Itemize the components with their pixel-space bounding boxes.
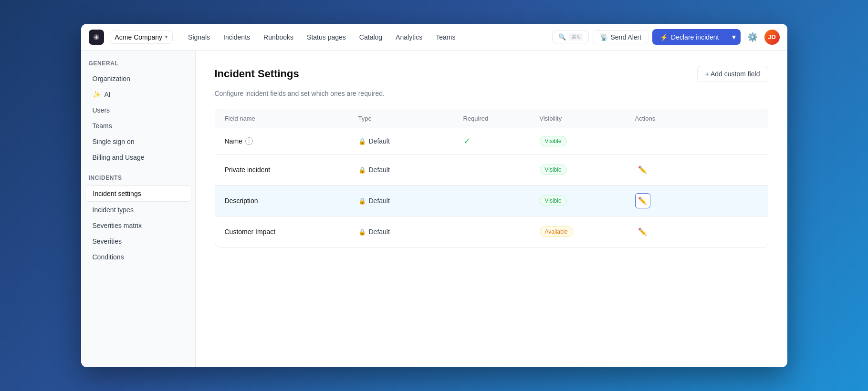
actions-cell: ✏️	[635, 224, 692, 239]
type-text: Default	[369, 137, 390, 145]
page-title: Incident Settings	[215, 68, 299, 80]
sidebar-item-teams[interactable]: Teams	[85, 118, 191, 134]
declare-incident-button[interactable]: ⚡ Declare incident	[652, 30, 726, 44]
type-text: Default	[369, 166, 390, 174]
nav-teams[interactable]: Teams	[430, 31, 461, 44]
conditions-label: Conditions	[93, 253, 124, 261]
field-name-text: Customer Impact	[225, 228, 276, 236]
field-name-text: Description	[225, 197, 258, 205]
billing-label: Billing and Usage	[93, 154, 145, 161]
add-custom-field-label: + Add custom field	[705, 70, 760, 78]
nav-right: 🔍 ⌘K 📡 Send Alert ⚡ Declare incident ▾ ⚙…	[552, 29, 779, 45]
visibility-badge: Available	[540, 226, 573, 237]
lightning-icon: ⚡	[660, 33, 668, 41]
company-name: Acme Company	[115, 33, 163, 41]
nav-runbooks[interactable]: Runbooks	[258, 31, 299, 44]
sidebar-item-sso[interactable]: Single sign on	[85, 134, 191, 149]
type-cell: 🔒 Default	[358, 137, 463, 145]
col-field-name: Field name	[225, 115, 358, 122]
lock-icon: 🔒	[358, 138, 366, 145]
field-name-text: Private incident	[225, 166, 271, 174]
visibility-cell: Visible	[540, 196, 635, 206]
app-window: Acme Company ▾ Signals Incidents Runbook…	[81, 24, 787, 367]
teams-label: Teams	[93, 122, 112, 130]
nav-links: Signals Incidents Runbooks Status pages …	[182, 31, 546, 44]
nav-analytics[interactable]: Analytics	[390, 31, 428, 44]
visibility-badge: Visible	[540, 136, 567, 146]
ai-label: AI	[105, 91, 111, 98]
sidebar-item-incident-types[interactable]: Incident types	[85, 202, 191, 217]
settings-icon[interactable]: ⚙️	[744, 29, 761, 45]
declare-incident-group: ⚡ Declare incident ▾	[652, 29, 740, 45]
chevron-down-icon: ▾	[165, 34, 167, 40]
incident-settings-label: Incident settings	[93, 190, 141, 197]
incident-types-label: Incident types	[93, 206, 134, 214]
field-name-cell: Description	[225, 197, 358, 205]
lock-icon: 🔒	[358, 166, 366, 174]
table-row: Name i 🔒 Default ✓ Visible	[215, 128, 768, 154]
users-label: Users	[93, 106, 110, 114]
edit-button[interactable]: ✏️	[635, 224, 650, 239]
type-cell: 🔒 Default	[358, 166, 463, 174]
col-visibility: Visibility	[540, 115, 635, 122]
page-header: Incident Settings + Add custom field	[215, 66, 768, 82]
nav-status-pages[interactable]: Status pages	[301, 31, 352, 44]
company-selector[interactable]: Acme Company ▾	[110, 31, 173, 44]
lock-icon: 🔒	[358, 228, 366, 236]
type-cell: 🔒 Default	[358, 197, 463, 205]
search-button[interactable]: 🔍 ⌘K	[552, 31, 588, 43]
field-name-cell: Name i	[225, 137, 358, 145]
sidebar-item-conditions[interactable]: Conditions	[85, 249, 191, 265]
field-name-cell: Customer Impact	[225, 228, 358, 236]
send-alert-button[interactable]: 📡 Send Alert	[593, 30, 649, 44]
nav-incidents[interactable]: Incidents	[218, 31, 256, 44]
edit-button[interactable]: ✏️	[635, 193, 650, 208]
nav-signals[interactable]: Signals	[182, 31, 216, 44]
check-icon: ✓	[463, 136, 471, 146]
search-shortcut: ⌘K	[569, 33, 582, 41]
search-icon: 🔍	[558, 33, 566, 41]
actions-cell: ✏️	[635, 193, 692, 208]
sidebar-item-severities-matrix[interactable]: Severities matrix	[85, 218, 191, 233]
sidebar-item-billing[interactable]: Billing and Usage	[85, 150, 191, 165]
body-area: General Organization ✨ AI Users Teams Si…	[81, 51, 787, 367]
avatar[interactable]: JD	[764, 30, 780, 45]
table-row: Customer Impact 🔒 Default Available ✏️	[215, 216, 768, 247]
actions-cell: ✏️	[635, 162, 692, 177]
sidebar-item-organization[interactable]: Organization	[85, 71, 191, 86]
top-navigation: Acme Company ▾ Signals Incidents Runbook…	[81, 24, 787, 51]
general-section-label: General	[81, 60, 195, 71]
severities-matrix-label: Severities matrix	[93, 222, 142, 229]
lock-icon: 🔒	[358, 197, 366, 205]
edit-button[interactable]: ✏️	[635, 162, 650, 177]
visibility-cell: Visible	[540, 165, 635, 175]
sso-label: Single sign on	[93, 138, 135, 145]
info-icon[interactable]: i	[245, 137, 253, 145]
severities-label: Severities	[93, 237, 122, 245]
logo-icon	[89, 30, 104, 45]
table-row: Description 🔒 Default Visible ✏️	[215, 185, 768, 216]
col-actions: Actions	[635, 115, 692, 122]
ai-icon: ✨	[93, 91, 101, 98]
sidebar-item-ai[interactable]: ✨ AI	[85, 87, 191, 102]
visibility-cell: Available	[540, 226, 635, 237]
alert-icon: 📡	[600, 33, 608, 41]
add-custom-field-button[interactable]: + Add custom field	[697, 66, 768, 82]
visibility-badge: Visible	[540, 196, 567, 206]
col-type: Type	[358, 115, 463, 122]
sidebar-item-incident-settings[interactable]: Incident settings	[85, 185, 191, 202]
sidebar-item-users[interactable]: Users	[85, 103, 191, 118]
field-name-cell: Private incident	[225, 166, 358, 174]
nav-catalog[interactable]: Catalog	[354, 31, 388, 44]
incidents-section-label: Incidents	[81, 175, 195, 185]
organization-label: Organization	[93, 75, 130, 82]
fields-table: Field name Type Required Visibility Acti…	[215, 109, 768, 247]
declare-incident-chevron[interactable]: ▾	[727, 29, 741, 45]
page-subtitle: Configure incident fields and set which …	[215, 90, 768, 97]
sidebar-item-severities[interactable]: Severities	[85, 234, 191, 249]
type-cell: 🔒 Default	[358, 228, 463, 236]
required-cell: ✓	[463, 136, 540, 146]
col-required: Required	[463, 115, 540, 122]
field-name-text: Name	[225, 137, 242, 145]
type-text: Default	[369, 228, 390, 236]
